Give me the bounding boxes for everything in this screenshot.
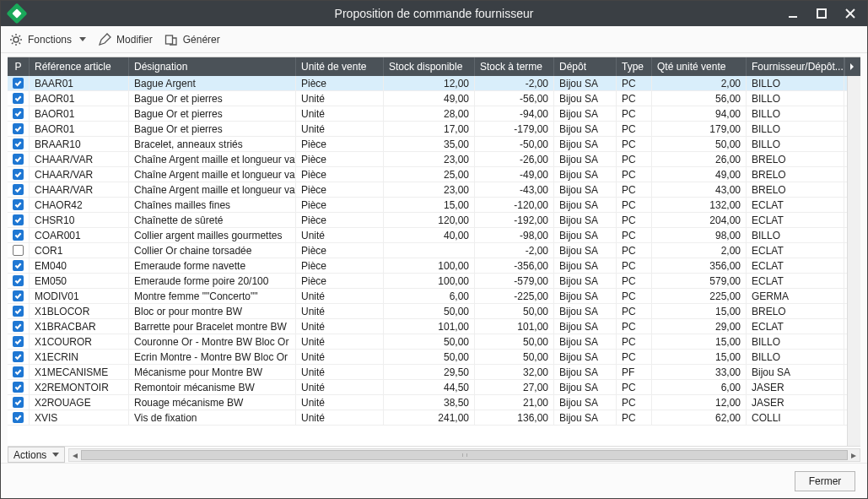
table-row[interactable]: BAOR01Bague Or et pierresUnité17,00-179,… bbox=[8, 122, 860, 137]
checkbox-icon[interactable] bbox=[13, 108, 24, 119]
row-checkbox-cell[interactable] bbox=[8, 395, 30, 410]
table-row[interactable]: XVISVis de fixationUnité241,00136,00Bijo… bbox=[8, 410, 860, 426]
pencil-icon bbox=[98, 33, 111, 46]
row-checkbox-cell[interactable] bbox=[8, 167, 30, 182]
column-header[interactable]: Qté unité vente bbox=[652, 57, 747, 76]
table-row[interactable]: BRAAR10Bracelet, anneaux striésPièce35,0… bbox=[8, 137, 860, 152]
table-row[interactable]: COR1Collier Or chaine torsadéePièce-2,00… bbox=[8, 243, 860, 258]
checkbox-icon[interactable] bbox=[13, 154, 24, 165]
row-checkbox-cell[interactable] bbox=[8, 122, 30, 136]
column-header[interactable]: Dépôt bbox=[554, 57, 617, 76]
close-window-button[interactable] bbox=[838, 4, 862, 23]
checkbox-icon[interactable] bbox=[13, 260, 24, 271]
scroll-thumb[interactable] bbox=[81, 450, 848, 460]
checkbox-icon[interactable] bbox=[13, 321, 24, 332]
close-button[interactable]: Fermer bbox=[795, 471, 855, 491]
table-row[interactable]: X1BRACBARBarrette pour Bracelet montre B… bbox=[8, 319, 860, 334]
row-checkbox-cell[interactable] bbox=[8, 319, 30, 334]
scroll-columns-right[interactable] bbox=[844, 57, 858, 76]
row-checkbox-cell[interactable] bbox=[8, 198, 30, 212]
column-header[interactable]: Unité de vente bbox=[296, 57, 384, 76]
column-header[interactable]: Référence article bbox=[30, 57, 129, 76]
table-row[interactable]: X1MECANISMEMécanisme pour Montre BWUnité… bbox=[8, 365, 860, 380]
checkbox-icon[interactable] bbox=[13, 123, 24, 134]
table-row[interactable]: BAAR01Bague ArgentPièce12,00-2,00Bijou S… bbox=[8, 76, 860, 91]
checkbox-icon[interactable] bbox=[13, 245, 24, 256]
maximize-button[interactable] bbox=[810, 4, 833, 23]
row-checkbox-cell[interactable] bbox=[8, 182, 30, 197]
table-row[interactable]: BAOR01Bague Or et pierresUnité49,00-56,0… bbox=[8, 91, 860, 106]
table-row[interactable]: CHSR10Chaînette de sûretéPièce120,00-192… bbox=[8, 213, 860, 228]
column-header[interactable]: Stock disponible bbox=[384, 57, 475, 76]
modifier-button[interactable]: Modifier bbox=[98, 33, 153, 46]
row-checkbox-cell[interactable] bbox=[8, 243, 30, 258]
table-row[interactable]: X2REMONTOIRRemontoir mécanisme BWUnité44… bbox=[8, 380, 860, 395]
row-checkbox-cell[interactable] bbox=[8, 289, 30, 303]
vertical-scrollbar[interactable] bbox=[847, 76, 860, 446]
cell-stock-terme: -50,00 bbox=[475, 137, 554, 151]
checkbox-icon[interactable] bbox=[13, 184, 24, 195]
scroll-right-arrow[interactable]: ▸ bbox=[848, 449, 860, 461]
checkbox-icon[interactable] bbox=[13, 290, 24, 301]
checkbox-icon[interactable] bbox=[13, 169, 24, 180]
row-checkbox-cell[interactable] bbox=[8, 380, 30, 394]
checkbox-icon[interactable] bbox=[13, 78, 24, 89]
column-header[interactable]: Type bbox=[617, 57, 652, 76]
row-checkbox-cell[interactable] bbox=[8, 228, 30, 242]
column-header[interactable]: Fournisseur/Dépôt... bbox=[747, 57, 844, 76]
actions-menu[interactable]: Actions bbox=[8, 447, 65, 463]
row-checkbox-cell[interactable] bbox=[8, 274, 30, 288]
checkbox-icon[interactable] bbox=[13, 412, 24, 423]
checkbox-icon[interactable] bbox=[13, 93, 24, 104]
table-row[interactable]: EM040Emeraude forme navettePièce100,00-3… bbox=[8, 258, 860, 274]
row-checkbox-cell[interactable] bbox=[8, 213, 30, 227]
row-checkbox-cell[interactable] bbox=[8, 258, 30, 273]
table-row[interactable]: X2ROUAGERouage mécanisme BWUnité38,5021,… bbox=[8, 395, 860, 410]
column-header[interactable]: Stock à terme bbox=[475, 57, 554, 76]
table-row[interactable]: EM050Emeraude forme poire 20/100Pièce100… bbox=[8, 274, 860, 289]
checkbox-icon[interactable] bbox=[13, 230, 24, 241]
table-row[interactable]: X1BLOCORBloc or pour montre BWUnité50,00… bbox=[8, 304, 860, 319]
fonctions-menu[interactable]: Fonctions bbox=[9, 33, 86, 46]
horizontal-scrollbar[interactable]: ◂ ▸ bbox=[68, 448, 860, 462]
row-checkbox-cell[interactable] bbox=[8, 106, 30, 121]
column-header[interactable]: P bbox=[8, 57, 30, 76]
checkbox-icon[interactable] bbox=[13, 382, 24, 393]
table-row[interactable]: BAOR01Bague Or et pierresUnité28,00-94,0… bbox=[8, 106, 860, 122]
row-checkbox-cell[interactable] bbox=[8, 91, 30, 106]
table-row[interactable]: COAR001Collier argent mailles gourmettes… bbox=[8, 228, 860, 243]
cell-reference: EM050 bbox=[30, 274, 129, 288]
grid-body[interactable]: BAAR01Bague ArgentPièce12,00-2,00Bijou S… bbox=[8, 76, 860, 446]
table-row[interactable]: CHAAR/VARChaîne Argent maille et longueu… bbox=[8, 167, 860, 182]
row-checkbox-cell[interactable] bbox=[8, 410, 30, 425]
table-row[interactable]: CHAAR/VARChaîne Argent maille et longueu… bbox=[8, 182, 860, 198]
row-checkbox-cell[interactable] bbox=[8, 350, 30, 364]
cell-qte: 2,00 bbox=[652, 243, 747, 258]
checkbox-icon[interactable] bbox=[13, 199, 24, 210]
table-row[interactable]: MODIV01Montre femme ""Concerto""Unité6,0… bbox=[8, 289, 860, 304]
table-row[interactable]: X1ECRINEcrin Montre - Montre BW Bloc OrU… bbox=[8, 350, 860, 365]
generer-button[interactable]: Générer bbox=[164, 33, 220, 46]
checkbox-icon[interactable] bbox=[13, 351, 24, 362]
cell-depot: Bijou SA bbox=[554, 350, 617, 364]
checkbox-icon[interactable] bbox=[13, 306, 24, 317]
table-row[interactable]: CHAOR42Chaînes mailles finesPièce15,00-1… bbox=[8, 198, 860, 213]
row-checkbox-cell[interactable] bbox=[8, 76, 30, 90]
checkbox-icon[interactable] bbox=[13, 275, 24, 286]
checkbox-icon[interactable] bbox=[13, 366, 24, 377]
checkbox-icon[interactable] bbox=[13, 336, 24, 347]
table-row[interactable]: CHAAR/VARChaîne Argent maille et longueu… bbox=[8, 152, 860, 167]
checkbox-icon[interactable] bbox=[13, 214, 24, 225]
row-checkbox-cell[interactable] bbox=[8, 334, 30, 349]
row-checkbox-cell[interactable] bbox=[8, 365, 30, 379]
checkbox-icon[interactable] bbox=[13, 138, 24, 149]
table-row[interactable]: X1COURORCouronne Or - Montre BW Bloc OrU… bbox=[8, 334, 860, 350]
scroll-left-arrow[interactable]: ◂ bbox=[69, 449, 81, 461]
minimize-button[interactable] bbox=[781, 4, 805, 23]
column-header[interactable]: Désignation bbox=[129, 57, 296, 76]
row-checkbox-cell[interactable] bbox=[8, 137, 30, 151]
checkbox-icon[interactable] bbox=[13, 397, 24, 408]
cell-stock-disponible: 50,00 bbox=[384, 350, 475, 364]
row-checkbox-cell[interactable] bbox=[8, 304, 30, 318]
row-checkbox-cell[interactable] bbox=[8, 152, 30, 166]
